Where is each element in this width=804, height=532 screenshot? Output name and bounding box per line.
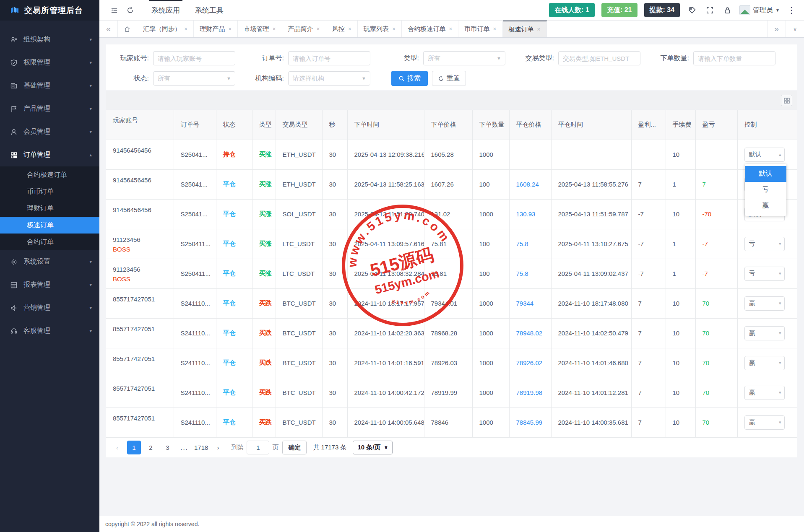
close-price-link[interactable]: 130.93 — [516, 210, 536, 218]
tabs-scroll-left-button[interactable]: « — [99, 21, 118, 37]
control-select[interactable]: 赢 ▾ — [744, 296, 785, 311]
refresh-icon[interactable] — [122, 0, 138, 20]
sidebar-item-label: 基础管理 — [23, 81, 50, 90]
tab-player-list[interactable]: 玩家列表× — [358, 21, 402, 37]
fullscreen-icon[interactable] — [704, 0, 715, 20]
subitem-label: 合约订单 — [27, 238, 54, 247]
tab-close-icon[interactable]: × — [537, 26, 541, 33]
tab-close-icon[interactable]: × — [493, 26, 496, 32]
sidebar-item-system[interactable]: 系统设置 ▾ — [0, 250, 99, 273]
next-page-button[interactable]: › — [211, 441, 225, 454]
tab-close-icon[interactable]: × — [392, 26, 395, 32]
sidebar-item-product[interactable]: 产品管理 ▾ — [0, 97, 99, 120]
home-tab[interactable] — [118, 21, 137, 37]
close-price-link[interactable]: 75.8 — [516, 240, 528, 247]
user-menu[interactable]: 管理员 ▼ — [739, 5, 780, 15]
tab-contract-fast-orders[interactable]: 合约极速订单× — [402, 21, 458, 37]
tag-icon[interactable] — [687, 0, 697, 20]
close-price-link[interactable]: 75.8 — [516, 270, 528, 277]
tab-wealth-products[interactable]: 理财产品× — [194, 21, 238, 37]
sidebar-subitem-wealth-orders[interactable]: 理财订单 — [0, 200, 99, 217]
sidebar-item-service[interactable]: 客服管理 ▾ — [0, 319, 99, 343]
topbar-right: 在线人数: 1 充值: 21 提款: 34 管理员 ▼ ⋮ — [549, 0, 796, 20]
trade-pair-cell: LTC_USDT — [276, 259, 322, 288]
fee-cell: 1 — [666, 169, 695, 199]
sidebar-item-member[interactable]: 会员管理 ▾ — [0, 120, 99, 143]
status-select[interactable]: 所有 ▼ — [153, 71, 235, 86]
collapse-menu-icon[interactable] — [106, 0, 122, 20]
order-grid-icon — [10, 151, 18, 159]
close-price-link[interactable]: 78926.02 — [516, 359, 543, 366]
tab-close-icon[interactable]: × — [184, 26, 187, 32]
tab-market-mgmt[interactable]: 市场管理× — [238, 21, 282, 37]
page-size-select[interactable]: 10 条/页 ∨ — [353, 441, 393, 454]
control-select[interactable]: 赢 ▾ — [744, 356, 785, 370]
goto-page-input[interactable] — [247, 441, 269, 454]
tab-close-icon[interactable]: × — [317, 26, 320, 32]
control-select[interactable]: 亏 ▾ — [744, 267, 785, 281]
sidebar-subitem-spot-orders[interactable]: 币币订单 — [0, 183, 99, 200]
dropdown-option-lose[interactable]: 亏 — [745, 182, 786, 198]
close-price-link[interactable]: 78948.02 — [516, 330, 543, 337]
org-icon — [10, 36, 18, 44]
sidebar-item-marketing[interactable]: 营销管理 ▾ — [0, 296, 99, 319]
menu-system-tools[interactable]: 系统工具 — [187, 0, 231, 20]
reset-button[interactable]: 重置 — [432, 71, 466, 86]
tabs-scroll-right-button[interactable]: » — [767, 21, 786, 37]
tabs-menu-button[interactable]: ∨ — [786, 21, 804, 37]
control-select[interactable]: 默认 ▴ — [744, 148, 785, 162]
col-control: 控制 — [737, 110, 797, 140]
sidebar-subitem-fast-orders[interactable]: 极速订单 — [0, 217, 99, 234]
deposit-count-badge[interactable]: 充值: 21 — [601, 3, 637, 17]
dropdown-option-win[interactable]: 赢 — [745, 198, 786, 214]
tab-product-intro[interactable]: 产品简介× — [282, 21, 326, 37]
dropdown-option-default[interactable]: 默认 — [745, 166, 786, 182]
sidebar-item-permission[interactable]: 权限管理 ▾ — [0, 51, 99, 74]
order-qty-input[interactable] — [693, 51, 775, 65]
sidebar-subitem-contract-fast-orders[interactable]: 合约极速订单 — [0, 166, 99, 183]
sidebar-item-label: 报表管理 — [23, 280, 50, 289]
type-select[interactable]: 所有 ▼ — [423, 51, 505, 65]
close-price-link[interactable]: 79344 — [516, 300, 534, 307]
player-account-input[interactable] — [153, 51, 235, 65]
org-code-select[interactable]: 请选择机构 ▼ — [288, 71, 370, 86]
online-count-badge[interactable]: 在线人数: 1 — [549, 3, 595, 17]
more-options-icon[interactable]: ⋮ — [786, 5, 796, 15]
tab-close-icon[interactable]: × — [449, 26, 452, 32]
column-settings-button[interactable] — [781, 95, 792, 106]
control-select[interactable]: 赢 ▾ — [744, 415, 785, 430]
prev-page-button[interactable]: ‹ — [110, 441, 124, 454]
close-price-link[interactable]: 78845.99 — [516, 419, 543, 426]
page-button[interactable]: 3 — [161, 441, 174, 454]
close-price-link[interactable]: 1608.24 — [516, 181, 539, 188]
tab-close-icon[interactable]: × — [228, 26, 232, 32]
sidebar-item-orders[interactable]: 订单管理 ▴ — [0, 143, 99, 166]
tab-exchange-rate[interactable]: 汇率（同步）× — [137, 21, 194, 37]
close-price-link[interactable]: 78919.98 — [516, 389, 543, 396]
sidebar-item-reports[interactable]: 报表管理 ▾ — [0, 273, 99, 296]
goto-confirm-button[interactable]: 确定 — [282, 441, 307, 454]
withdraw-count-badge[interactable]: 提款: 34 — [644, 3, 680, 17]
control-select-value: 默认 — [749, 151, 762, 158]
tab-risk-control[interactable]: 风控× — [326, 21, 358, 37]
page-button[interactable]: 2 — [144, 441, 158, 454]
control-select[interactable]: 亏 ▾ — [744, 237, 785, 251]
page-button[interactable]: 1 — [127, 441, 141, 454]
page-button[interactable]: 1718 — [194, 441, 208, 454]
search-button[interactable]: 搜索 — [391, 71, 428, 86]
status-badge: 平仓 — [223, 299, 236, 306]
order-no-input[interactable] — [288, 51, 370, 65]
sidebar-subitem-contract-orders[interactable]: 合约订单 — [0, 234, 99, 250]
control-select[interactable]: 赢 ▾ — [744, 386, 785, 400]
order-qty-cell: 1000 — [472, 348, 509, 378]
sidebar-item-basic[interactable]: 基础管理 ▾ — [0, 74, 99, 97]
lock-icon[interactable] — [722, 0, 733, 20]
menu-system-apps[interactable]: 系统应用 — [144, 0, 187, 20]
tab-close-icon[interactable]: × — [348, 26, 351, 32]
sidebar-item-org[interactable]: 组织架构 ▾ — [0, 28, 99, 51]
trade-type-input[interactable] — [558, 51, 640, 65]
tab-spot-orders[interactable]: 币币订单× — [458, 21, 502, 37]
tab-fast-orders[interactable]: 极速订单× — [503, 21, 547, 37]
tab-close-icon[interactable]: × — [272, 26, 276, 32]
control-select[interactable]: 赢 ▾ — [744, 326, 785, 340]
